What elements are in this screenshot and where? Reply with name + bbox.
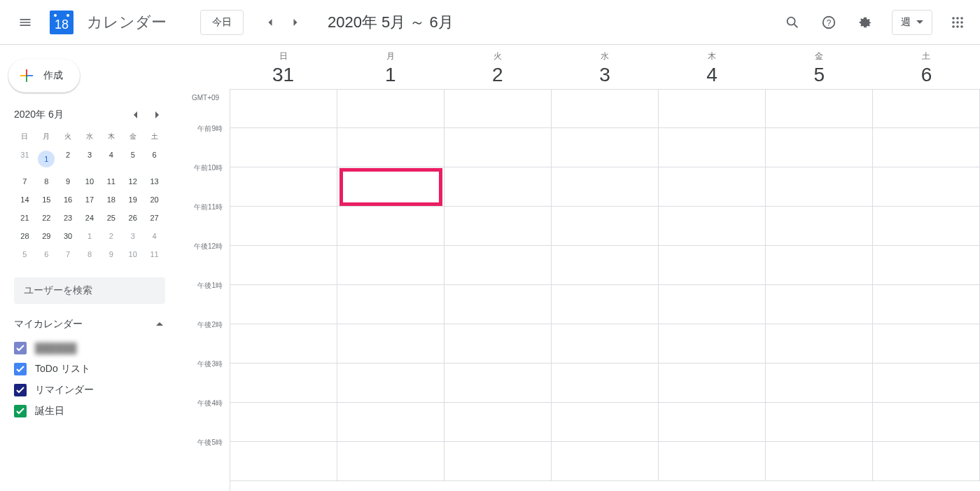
time-slot[interactable] <box>873 285 980 324</box>
time-slot[interactable] <box>230 364 337 402</box>
time-slot[interactable] <box>873 364 980 402</box>
apps-button[interactable] <box>944 8 972 36</box>
time-slot[interactable] <box>230 90 337 127</box>
mini-day-cell[interactable]: 26 <box>122 209 144 227</box>
time-slot[interactable] <box>659 207 766 245</box>
time-slot[interactable] <box>873 128 980 167</box>
time-slot[interactable] <box>444 442 552 480</box>
time-slot[interactable] <box>873 207 980 245</box>
calendar-checkbox[interactable] <box>14 384 27 396</box>
my-calendars-header[interactable]: マイカレンダー <box>6 315 174 333</box>
time-slot[interactable] <box>766 128 873 167</box>
time-slot[interactable] <box>766 90 873 127</box>
next-week-button[interactable] <box>283 10 308 35</box>
search-button[interactable] <box>778 8 806 36</box>
time-slot[interactable] <box>337 442 444 480</box>
time-slot[interactable] <box>552 442 659 480</box>
time-slot[interactable] <box>766 364 873 402</box>
mini-day-cell[interactable]: 5 <box>14 245 36 263</box>
mini-day-cell[interactable]: 1 <box>36 146 57 172</box>
calendar-item[interactable]: リマインダー <box>14 380 165 401</box>
mini-day-cell[interactable]: 2 <box>57 146 79 172</box>
time-slot[interactable] <box>659 324 766 363</box>
time-slot[interactable] <box>766 285 873 324</box>
calendar-checkbox[interactable] <box>14 363 27 375</box>
mini-day-cell[interactable]: 4 <box>100 146 122 172</box>
time-slot[interactable] <box>552 324 659 363</box>
time-slot[interactable] <box>552 246 659 284</box>
time-slot[interactable] <box>552 285 659 324</box>
mini-day-cell[interactable]: 20 <box>144 191 165 209</box>
time-slot[interactable] <box>444 167 552 206</box>
mini-day-cell[interactable]: 28 <box>14 227 36 245</box>
time-slot[interactable] <box>337 324 444 363</box>
time-slot[interactable] <box>444 403 552 441</box>
time-slot[interactable] <box>337 167 444 206</box>
time-slot[interactable] <box>230 246 337 284</box>
day-column-header[interactable]: 日31 <box>230 45 337 89</box>
time-slot[interactable] <box>659 285 766 324</box>
time-slot[interactable] <box>444 285 552 324</box>
mini-day-cell[interactable]: 29 <box>36 227 57 245</box>
time-slot[interactable] <box>659 442 766 480</box>
view-selector[interactable]: 週 <box>892 10 932 35</box>
day-column-header[interactable]: 火2 <box>444 45 551 89</box>
time-slot[interactable] <box>659 128 766 167</box>
day-column-header[interactable]: 土6 <box>873 45 980 89</box>
mini-day-cell[interactable]: 19 <box>122 191 144 209</box>
mini-day-cell[interactable]: 9 <box>100 245 122 263</box>
day-column-header[interactable]: 金5 <box>766 45 873 89</box>
time-slot[interactable] <box>444 207 552 245</box>
mini-day-cell[interactable]: 7 <box>57 245 79 263</box>
mini-day-cell[interactable]: 7 <box>14 172 36 191</box>
mini-day-cell[interactable]: 30 <box>57 227 79 245</box>
mini-day-cell[interactable]: 18 <box>100 191 122 209</box>
time-slot[interactable] <box>444 246 552 284</box>
time-slot[interactable] <box>659 167 766 206</box>
time-slot[interactable] <box>873 324 980 363</box>
time-slot[interactable] <box>337 246 444 284</box>
mini-day-cell[interactable]: 27 <box>144 209 165 227</box>
time-slot[interactable] <box>230 285 337 324</box>
time-slot[interactable] <box>444 364 552 402</box>
mini-day-cell[interactable]: 8 <box>36 172 57 191</box>
mini-prev-button[interactable] <box>127 106 144 123</box>
time-slot[interactable] <box>337 285 444 324</box>
mini-day-cell[interactable]: 3 <box>122 227 144 245</box>
mini-day-cell[interactable]: 2 <box>100 227 122 245</box>
mini-day-cell[interactable]: 24 <box>79 209 101 227</box>
time-slot[interactable] <box>659 364 766 402</box>
settings-button[interactable] <box>851 8 879 36</box>
calendar-item[interactable]: 誕生日 <box>14 401 165 422</box>
time-slot[interactable] <box>444 324 552 363</box>
time-slot[interactable] <box>230 324 337 363</box>
day-column-header[interactable]: 水3 <box>551 45 658 89</box>
calendar-item[interactable]: ToDo リスト <box>14 359 165 380</box>
time-slot[interactable] <box>873 403 980 441</box>
time-slot[interactable] <box>659 90 766 127</box>
mini-day-cell[interactable]: 8 <box>79 245 101 263</box>
mini-day-cell[interactable]: 22 <box>36 209 57 227</box>
time-slot[interactable] <box>552 90 659 127</box>
people-search-input[interactable]: ユーザーを検索 <box>14 277 165 304</box>
today-button[interactable]: 今日 <box>200 10 244 35</box>
mini-day-cell[interactable]: 11 <box>100 172 122 191</box>
mini-day-cell[interactable]: 4 <box>144 227 165 245</box>
time-slot[interactable] <box>230 167 337 206</box>
calendar-item[interactable]: ██████ <box>14 338 165 359</box>
time-slot[interactable] <box>337 403 444 441</box>
main-menu-button[interactable] <box>8 6 42 39</box>
mini-day-cell[interactable]: 25 <box>100 209 122 227</box>
mini-day-cell[interactable]: 12 <box>122 172 144 191</box>
time-slot[interactable] <box>552 167 659 206</box>
time-slot[interactable] <box>337 364 444 402</box>
time-slot[interactable] <box>337 128 444 167</box>
time-slot[interactable] <box>659 403 766 441</box>
mini-day-cell[interactable]: 15 <box>36 191 57 209</box>
time-slot[interactable] <box>766 207 873 245</box>
mini-day-cell[interactable]: 14 <box>14 191 36 209</box>
time-slot[interactable] <box>766 324 873 363</box>
time-slot[interactable] <box>873 167 980 206</box>
mini-day-cell[interactable]: 9 <box>57 172 79 191</box>
create-button[interactable]: 作成 <box>8 59 80 92</box>
